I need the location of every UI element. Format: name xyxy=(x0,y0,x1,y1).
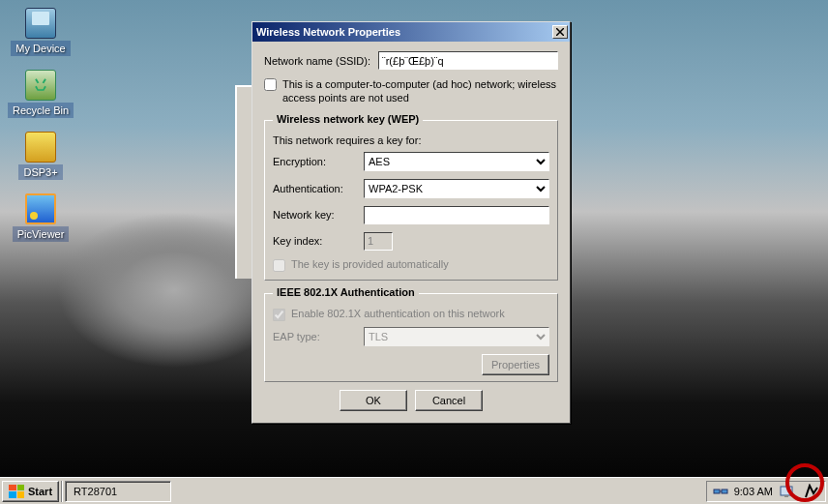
taskbar-item-rt28701[interactable]: RT28701 xyxy=(65,481,171,502)
ok-button[interactable]: OK xyxy=(340,390,407,411)
autokey-checkbox xyxy=(273,259,285,272)
input-panel-icon[interactable] xyxy=(804,484,819,499)
recycle-icon xyxy=(25,70,56,101)
svg-rect-3 xyxy=(784,495,788,497)
taskbar-item-label: RT28701 xyxy=(74,486,117,497)
ssid-input[interactable] xyxy=(378,51,558,70)
picture-icon xyxy=(25,193,56,224)
taskbar: Start RT28701 9:03 AM xyxy=(0,477,828,504)
ieee-group: IEEE 802.1X Authentication Enable 802.1X… xyxy=(264,288,558,382)
close-button[interactable] xyxy=(552,25,568,39)
key-index-label: Key index: xyxy=(273,235,356,247)
desktop-icon-label: Recycle Bin xyxy=(8,103,74,118)
enable-8021x-checkbox xyxy=(273,309,285,321)
svg-rect-2 xyxy=(781,487,792,495)
wep-group: Wireless network key (WEP) This network … xyxy=(264,115,558,281)
wep-intro: This network requires a key for: xyxy=(273,134,549,146)
desktop-icon-recycle-bin[interactable]: Recycle Bin xyxy=(8,70,74,118)
dialog-title: Wireless Network Properties xyxy=(254,26,552,38)
dialog-titlebar[interactable]: Wireless Network Properties xyxy=(252,22,570,42)
desktop-icon-dsp3[interactable]: DSP3+ xyxy=(8,132,74,180)
ieee-legend: IEEE 802.1X Authentication xyxy=(273,286,419,298)
wep-legend: Wireless network key (WEP) xyxy=(273,113,423,125)
cancel-button[interactable]: Cancel xyxy=(415,390,483,411)
windows-logo-icon xyxy=(9,485,24,498)
start-button[interactable]: Start xyxy=(2,481,59,502)
desktop-icon-label: DSP3+ xyxy=(18,164,62,180)
svg-rect-0 xyxy=(714,489,720,493)
adhoc-checkbox[interactable] xyxy=(264,78,277,91)
authentication-label: Authentication: xyxy=(273,183,356,194)
pda-icon xyxy=(25,8,56,39)
start-label: Start xyxy=(28,486,52,497)
network-key-input[interactable] xyxy=(364,206,549,224)
key-index-input xyxy=(364,232,393,251)
system-tray: 9:03 AM xyxy=(706,481,826,502)
encryption-select[interactable]: AES xyxy=(364,152,549,171)
ssid-label: Network name (SSID): xyxy=(264,55,370,67)
encryption-label: Encryption: xyxy=(273,156,356,167)
svg-rect-1 xyxy=(722,489,727,493)
taskbar-divider xyxy=(61,481,63,502)
properties-button: Properties xyxy=(482,354,549,375)
enable-8021x-label: Enable 802.1X authentication on this net… xyxy=(291,308,505,319)
desktop-icons: My Device Recycle Bin DSP3+ PicViewer xyxy=(8,8,74,242)
wireless-properties-dialog: Wireless Network Properties Network name… xyxy=(251,21,571,424)
desktop-icon-label: PicViewer xyxy=(13,226,70,242)
eap-type-label: EAP type: xyxy=(273,331,356,342)
desktop-icon-label: My Device xyxy=(11,41,70,56)
network-key-label: Network key: xyxy=(273,209,356,221)
desktop-icon-picviewer[interactable]: PicViewer xyxy=(8,193,74,242)
adhoc-label: This is a computer-to-computer (ad hoc) … xyxy=(282,77,558,105)
autokey-label: The key is provided automatically xyxy=(291,258,449,270)
network-tray-icon[interactable] xyxy=(713,484,728,499)
chip-icon xyxy=(25,132,56,163)
desktop-icon-my-device[interactable]: My Device xyxy=(8,8,74,56)
authentication-select[interactable]: WPA2-PSK xyxy=(364,179,549,198)
desktop-tray-icon[interactable] xyxy=(779,484,794,499)
clock: 9:03 AM xyxy=(734,486,773,497)
eap-type-select: TLS xyxy=(364,327,549,346)
